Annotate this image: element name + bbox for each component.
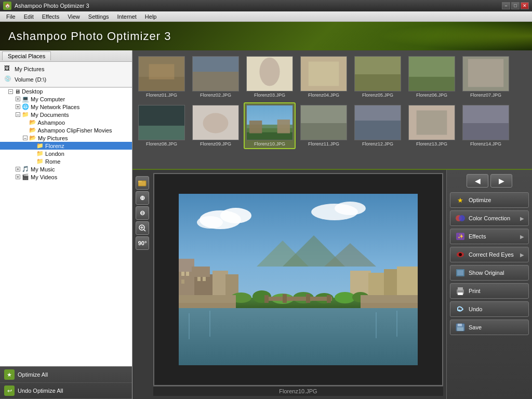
menu-settings[interactable]: Settings xyxy=(84,12,113,21)
tree-item-my-documents[interactable]: − 📁 My Documents xyxy=(0,111,132,118)
thumb-florenz08[interactable]: Florenz08.JPG xyxy=(136,102,188,149)
svg-rect-79 xyxy=(181,272,184,276)
show-original-label: Show Original xyxy=(469,270,524,276)
my-documents-icon: 📁 xyxy=(22,111,29,118)
thumb-img-florenz03 xyxy=(246,56,293,91)
close-button[interactable]: ✕ xyxy=(521,2,529,9)
optimize-button[interactable]: ★ Optimize xyxy=(450,192,529,208)
tree-item-network-places[interactable]: + 🌐 My Network Places xyxy=(0,103,132,111)
optimize-all-button[interactable]: ★ Optimize All xyxy=(0,367,132,383)
nav-prev-button[interactable]: ◀ xyxy=(467,174,488,188)
expand-my-computer[interactable]: + xyxy=(16,97,20,101)
thumb-label-florenz05: Florenz05.JPG xyxy=(362,92,393,98)
open-folder-button[interactable] xyxy=(136,176,149,190)
tree-item-my-videos[interactable]: + 🎬 My Videos xyxy=(0,173,132,181)
thumb-img-florenz02 xyxy=(192,56,239,91)
undo-icon xyxy=(455,304,466,314)
preview-svg xyxy=(179,194,418,365)
correct-red-eyes-button[interactable]: Correct Red Eyes ▶ xyxy=(450,247,529,262)
preview-filename: Florenz10.JPG xyxy=(153,386,443,396)
effects-button[interactable]: ✨ Effects ▶ xyxy=(450,229,529,244)
thumb-florenz04[interactable]: Florenz04.JPG xyxy=(298,54,350,100)
svg-text:✨: ✨ xyxy=(458,233,464,240)
thumb-img-florenz12 xyxy=(354,105,401,140)
sp-item-my-pictures[interactable]: 🖼 My Pictures xyxy=(0,64,132,74)
thumb-label-florenz13: Florenz13.JPG xyxy=(416,141,447,147)
minimize-button[interactable]: − xyxy=(502,2,510,9)
expand-my-pictures-sub[interactable]: − xyxy=(23,136,28,140)
color-correction-arrow: ▶ xyxy=(520,216,524,221)
undo-optimize-all-button[interactable]: ↩ Undo Optimize All xyxy=(0,383,132,399)
svg-rect-83 xyxy=(203,277,206,281)
tree-item-florenz[interactable]: 📁 Florenz xyxy=(0,142,132,150)
correct-red-eyes-label: Correct Red Eyes xyxy=(469,251,520,258)
thumbnail-area[interactable]: Florenz01.JPG Florenz02.JPG Florenz03.JP… xyxy=(132,50,532,170)
effects-label: Effects xyxy=(469,233,520,240)
menu-file[interactable]: File xyxy=(2,12,20,21)
my-videos-icon: 🎬 xyxy=(22,174,29,180)
thumb-florenz10[interactable]: Florenz10.JPG xyxy=(244,102,296,149)
tree-item-my-pictures-sub[interactable]: − 📂 My Pictures xyxy=(0,134,132,142)
nav-buttons: ◀ ▶ xyxy=(450,174,529,188)
expand-my-documents[interactable]: − xyxy=(16,112,20,117)
thumb-florenz06[interactable]: Florenz06.JPG xyxy=(406,54,458,100)
svg-rect-82 xyxy=(197,277,201,281)
preview-tools: ⊕ ⊖ 90° xyxy=(136,176,149,250)
tree-item-my-music[interactable]: + 🎵 My Music xyxy=(0,165,132,173)
preview-image-container xyxy=(153,173,443,386)
thumb-florenz02[interactable]: Florenz02.JPG xyxy=(190,54,242,100)
svg-rect-8 xyxy=(309,62,339,86)
tree-item-clipfisher[interactable]: 📂 Ashampoo ClipFisher Movies xyxy=(0,126,132,134)
tree-item-my-computer[interactable]: + 💻 My Computer xyxy=(0,95,132,103)
app-icon: 🏠 xyxy=(3,2,11,10)
thumb-florenz12[interactable]: Florenz12.JPG xyxy=(352,102,404,149)
thumb-florenz05[interactable]: Florenz05.JPG xyxy=(352,54,404,100)
main-layout: Special Places 🖼 My Pictures 💿 Volume (D… xyxy=(0,50,532,399)
preview-row: ⊕ ⊖ 90° xyxy=(132,170,532,399)
thumb-florenz11[interactable]: Florenz11.JPG xyxy=(298,102,350,149)
svg-rect-77 xyxy=(179,295,236,303)
print-button[interactable]: Print xyxy=(450,283,529,299)
special-places-tab-button[interactable]: Special Places xyxy=(2,51,51,60)
svg-rect-25 xyxy=(301,123,347,140)
tree-item-rome[interactable]: 📁 Rome xyxy=(0,157,132,165)
expand-desktop[interactable]: − xyxy=(8,89,13,94)
svg-rect-74 xyxy=(327,295,331,303)
thumb-florenz07[interactable]: Florenz07.JPG xyxy=(460,54,512,100)
sp-item-volume-d[interactable]: 💿 Volume (D:\) xyxy=(0,74,132,85)
optimize-all-label: Optimize All xyxy=(18,371,48,378)
menu-help[interactable]: Help xyxy=(141,12,161,21)
undo-button[interactable]: Undo xyxy=(450,301,529,317)
color-correction-button[interactable]: Color Correction ▶ xyxy=(450,210,529,226)
thumb-florenz03[interactable]: Florenz03.JPG xyxy=(244,54,296,100)
rotate-button[interactable]: 90° xyxy=(136,236,149,250)
menu-internet[interactable]: Internet xyxy=(113,12,141,21)
menu-edit[interactable]: Edit xyxy=(20,12,38,21)
zoom-fit-button[interactable] xyxy=(136,221,149,235)
nav-next-button[interactable]: ▶ xyxy=(490,174,512,188)
expand-my-videos[interactable]: + xyxy=(16,175,20,179)
zoom-in-button[interactable]: ⊕ xyxy=(136,191,149,205)
expand-my-music[interactable]: + xyxy=(16,167,20,171)
preview-area: ⊕ ⊖ 90° xyxy=(132,170,446,399)
menu-effects[interactable]: Effects xyxy=(38,12,63,21)
tree-item-desktop[interactable]: − 🖥 Desktop xyxy=(0,88,132,95)
tree-item-ashampoo[interactable]: 📂 Ashampoo xyxy=(0,118,132,126)
expand-network[interactable]: + xyxy=(16,104,20,109)
maximize-button[interactable]: □ xyxy=(511,2,520,9)
thumb-florenz01[interactable]: Florenz01.JPG xyxy=(136,54,188,100)
save-button[interactable]: Save xyxy=(450,320,529,335)
menubar: File Edit Effects View Settings Internet… xyxy=(0,11,532,22)
menu-view[interactable]: View xyxy=(63,12,84,21)
thumb-florenz09[interactable]: Florenz09.JPG xyxy=(190,102,242,149)
thumb-florenz13[interactable]: Florenz13.JPG xyxy=(406,102,458,149)
my-pictures-icon: 🖼 xyxy=(4,65,12,73)
tree-item-london[interactable]: 📁 London xyxy=(0,150,132,157)
thumb-florenz14[interactable]: Florenz14.JPG xyxy=(460,102,512,149)
correct-red-eyes-arrow: ▶ xyxy=(520,252,524,258)
show-original-button[interactable]: Show Original xyxy=(450,265,529,281)
zoom-out-button[interactable]: ⊖ xyxy=(136,206,149,220)
my-pictures-sub-icon: 📂 xyxy=(29,135,36,141)
thumb-label-florenz02: Florenz02.JPG xyxy=(200,92,231,98)
special-places-list: 🖼 My Pictures 💿 Volume (D:\) xyxy=(0,62,132,87)
